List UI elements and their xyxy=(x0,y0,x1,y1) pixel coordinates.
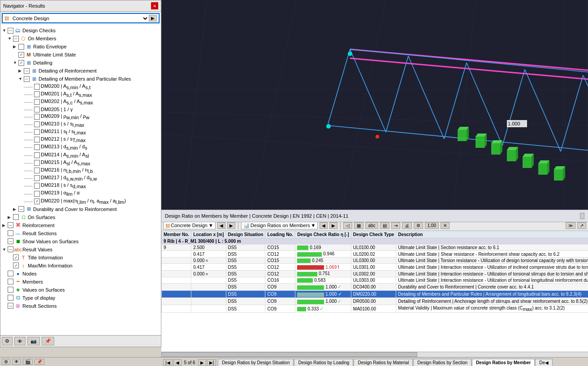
next-result-btn[interactable]: ▶ xyxy=(329,222,337,229)
checkbox[interactable] xyxy=(34,84,40,90)
table-row[interactable]: DS5 CO16 0.583 UL0303.00 Ultimate Limit … xyxy=(162,277,588,283)
checkbox[interactable] xyxy=(34,107,40,112)
checkbox[interactable] xyxy=(34,160,40,166)
tree-item-dm0214[interactable]: —— DM0214 | As,min / Asl xyxy=(0,151,161,159)
checkbox[interactable]: ─ xyxy=(13,36,19,42)
status-nav-pin[interactable]: 📌 xyxy=(35,359,44,365)
tree-item-det-members[interactable]: ▼ ─ ⊞ Detailing of Members and Particula… xyxy=(0,75,161,83)
tree-item-dm0210[interactable]: —— DM0210 | s / sl,max xyxy=(0,121,161,128)
tool-btn-4[interactable]: ▤ xyxy=(380,222,389,229)
tab-design-loading[interactable]: Design Ratios by Loading xyxy=(294,359,353,366)
tool-btn-1[interactable]: ◁ xyxy=(343,222,352,229)
tree-item-dm0218[interactable]: —— DM0218 | s / sd,max xyxy=(0,182,161,189)
horizontal-scrollbar[interactable] xyxy=(161,352,588,357)
panel-expand-btn[interactable]: ↗ xyxy=(577,222,586,229)
tool-btn-9[interactable]: ✕ xyxy=(441,222,450,229)
tree-item-result-sections[interactable]: — Result Sections xyxy=(0,229,161,237)
checkbox[interactable] xyxy=(34,91,40,97)
tree-item-dm0213[interactable]: —— DM0213 | ds,min / ds xyxy=(0,143,161,151)
prev-result-btn[interactable]: ◀ xyxy=(320,222,328,229)
tab-design-section[interactable]: Design Ratios by Section xyxy=(413,359,471,366)
tool-btn-5[interactable]: ⇥ xyxy=(391,222,400,229)
tree-item-nodes[interactable]: ● Nodes xyxy=(0,270,161,278)
prev-module-btn[interactable]: ◀ xyxy=(217,222,225,229)
checkbox[interactable] xyxy=(8,279,13,284)
module-dropdown[interactable]: Concrete Design xyxy=(11,15,149,22)
tree-item-result-values[interactable]: ▼ ─ abc Result Values xyxy=(0,245,161,254)
tree-item-dm0215[interactable]: —— DM0215 | Asl / As,max xyxy=(0,159,161,167)
nav-settings-button[interactable]: ⚙ xyxy=(2,337,13,345)
tree-item-dm0216[interactable]: —— DM0216 | nl,b,min / nl,b xyxy=(0,167,161,174)
tree-item-det-reinf[interactable]: ▶ ─ ⊞ Detailing of Reinforcement xyxy=(0,67,161,75)
tree-item-type-display[interactable]: ⊡ Type of display xyxy=(0,294,161,302)
tree-item-on-surfaces[interactable]: ▶ ◻ On Surfaces xyxy=(0,213,161,221)
checkbox[interactable]: ✓ xyxy=(18,52,24,58)
tree-item-result-sections2[interactable]: ─ ◎ Result Sections xyxy=(0,302,161,310)
checkbox[interactable]: ✓ xyxy=(13,263,19,268)
checkbox[interactable] xyxy=(34,99,40,105)
checkbox[interactable] xyxy=(34,129,40,135)
tab-design-member[interactable]: Design Ratios by Member xyxy=(472,359,535,366)
checkbox[interactable]: ─ xyxy=(24,68,30,74)
checkbox[interactable]: ─ xyxy=(8,303,13,309)
table-row[interactable]: 0.000 ≈ DS5 CO15 0.245 UL0300.00 Ultimat… xyxy=(162,257,588,263)
tree-item-maxmin[interactable]: ✓ ↕ Max/Min Information xyxy=(0,262,161,270)
tree-item-members[interactable]: ━ Members xyxy=(0,278,161,286)
nav-eye-button[interactable]: 👁 xyxy=(14,337,26,345)
table-row[interactable]: DS5 CO9 0.333✓ MA0100.00 Material Validi… xyxy=(162,305,588,313)
checkbox[interactable] xyxy=(8,271,13,276)
checkbox[interactable]: ─ xyxy=(8,246,13,252)
scrollbar-thumb[interactable] xyxy=(161,352,417,357)
tree-item-dm0200[interactable]: —— DM0200 | As,min / As,t xyxy=(0,83,161,90)
checkbox[interactable]: ✓ xyxy=(13,254,19,260)
tool-btn-8[interactable]: 1.00 xyxy=(425,222,439,229)
tree-item-dm0209[interactable]: —— DM0209 | ρw,min / ρw xyxy=(0,113,161,121)
tool-btn-6[interactable]: 🖨 xyxy=(402,222,412,229)
checkbox[interactable] xyxy=(13,214,19,220)
table-row[interactable]: DS5 CO9 1.000✓ DR0500.00 Detailing of Re… xyxy=(162,298,588,305)
prev-page-btn[interactable]: ◀ xyxy=(173,359,182,366)
table-row[interactable]: 0.417 DS5 CO12 0.946 UL0200.02 Ultimate … xyxy=(162,251,588,257)
tree-item-detailing[interactable]: ▼ ✓ ⊞ Detailing xyxy=(0,59,161,67)
next-module-btn[interactable]: ▶ xyxy=(227,222,235,229)
checkbox[interactable] xyxy=(34,144,40,150)
tree-item-ratio-envelope[interactable]: ▶ ⊞ Ratio Envelope xyxy=(0,43,161,51)
tree-item-on-members[interactable]: ▼ ─ ⬡ On Members xyxy=(0,34,161,43)
tree-item-uls[interactable]: ✓ M Ultimate Limit State xyxy=(0,51,161,59)
checkbox[interactable] xyxy=(18,44,24,50)
tree-item-values-surfaces[interactable]: ◈ Values on Surfaces xyxy=(0,286,161,294)
module-selector[interactable]: ▤ Concrete Design ▼ xyxy=(163,222,216,229)
tree-item-dm0219[interactable]: —— DM0219 | αlim / α xyxy=(0,189,161,197)
tool-btn-2[interactable]: ▦ xyxy=(354,222,363,229)
nav-camera-button[interactable]: 📷 xyxy=(27,337,40,345)
tab-design-material[interactable]: Design Ratios by Material xyxy=(354,359,413,366)
tree-item-dm0217[interactable]: —— DM0217 | ds,w,min / ds,w xyxy=(0,174,161,182)
next-page-btn[interactable]: ▶ xyxy=(198,359,206,366)
checkbox[interactable]: ✓ xyxy=(18,60,24,66)
status-nav-camera[interactable]: 🎬 xyxy=(23,359,33,365)
checkbox[interactable] xyxy=(34,175,40,181)
tree-item-design-checks[interactable]: ▼ ─ 🗂 Design Checks xyxy=(0,26,161,34)
tree-item-dm0212[interactable]: —— DM0212 | s / sT,max xyxy=(0,136,161,143)
tool-btn-10[interactable]: ≫ xyxy=(566,222,575,229)
tool-btn-7[interactable]: ⚙ xyxy=(414,222,423,229)
results-table-container[interactable]: Member No. Location x [m] Design Situati… xyxy=(161,231,588,357)
checkbox[interactable]: ─ xyxy=(8,222,13,228)
result-type-selector[interactable]: 📊 Design Ratios on Members ▼ xyxy=(241,222,318,229)
tree-item-title-info[interactable]: ✓ T Title Information xyxy=(0,254,161,262)
checkbox[interactable] xyxy=(34,168,40,173)
checkbox[interactable]: ─ xyxy=(18,206,24,212)
table-row[interactable]: DS5 CO9 1.000✓ DC0400.00 Durability and … xyxy=(162,284,588,291)
tree-item-dm0205[interactable]: —— DM0205 | 1 / γ xyxy=(0,106,161,113)
navigator-close-button[interactable]: ✕ xyxy=(151,2,158,9)
checkbox[interactable] xyxy=(8,295,13,301)
checkbox[interactable]: ─ xyxy=(8,28,13,34)
nav-expand-button[interactable]: ▶ xyxy=(149,15,157,22)
tree-item-dm0211[interactable]: —— DM0211 | st / st,max xyxy=(0,128,161,136)
checkbox[interactable] xyxy=(34,183,40,189)
checkbox[interactable] xyxy=(34,137,40,142)
tool-btn-3[interactable]: abc xyxy=(365,222,378,229)
checkbox[interactable]: ─ xyxy=(8,238,13,244)
table-row[interactable]: 0.417 DS5 CO12 1.069! UL0301.00 Ultimate… xyxy=(162,264,588,271)
tree-item-dm0220[interactable]: —— ✓ DM0220 | max(nl,lim / nl, amax / al… xyxy=(0,198,161,205)
